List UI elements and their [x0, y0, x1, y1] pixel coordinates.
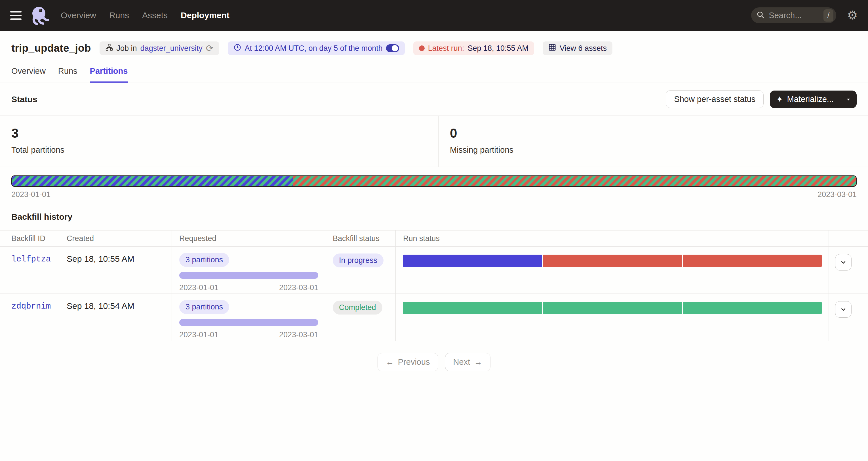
run-status-cell [396, 247, 829, 293]
requested-partitions-pill[interactable]: 3 partitions [179, 300, 229, 314]
tab-partitions[interactable]: Partitions [90, 66, 128, 83]
materialize-button[interactable]: ✦ Materialize... [770, 91, 840, 108]
nav-overview[interactable]: Overview [61, 10, 96, 20]
gear-icon[interactable]: ⚙ [847, 9, 858, 21]
col-run-status: Run status [396, 231, 829, 247]
col-backfill-status: Backfill status [326, 231, 396, 247]
run-segment[interactable] [683, 302, 822, 314]
search-shortcut-badge: / [824, 9, 834, 22]
run-status-cell [396, 294, 829, 341]
latest-run-label: Latest run: [428, 44, 464, 53]
materialize-label: Materialize... [787, 94, 834, 104]
run-segment[interactable] [683, 255, 822, 267]
col-created: Created [59, 231, 172, 247]
partition-status-bar-block: 2023-01-01 2023-03-01 [0, 167, 868, 199]
run-status-bar[interactable] [403, 302, 822, 314]
backfill-table: Backfill ID Created Requested Backfill s… [0, 230, 868, 341]
run-segment[interactable] [403, 255, 542, 267]
run-status-bar[interactable] [403, 255, 822, 267]
partition-range-end: 2023-03-01 [817, 190, 857, 199]
show-per-asset-status-button[interactable]: Show per-asset status [666, 90, 764, 108]
nav-deployment[interactable]: Deployment [181, 10, 229, 20]
col-expand [829, 231, 868, 247]
search-bar[interactable]: / [751, 7, 836, 23]
search-icon [756, 10, 765, 20]
materialize-button-group: ✦ Materialize... [770, 91, 857, 108]
main-nav: Overview Runs Assets Deployment [61, 10, 229, 20]
page-title: trip_update_job [11, 42, 91, 54]
requested-range-start: 2023-01-01 [179, 330, 218, 339]
clock-icon [234, 44, 241, 53]
tab-overview[interactable]: Overview [11, 66, 46, 83]
requested-range-bar [179, 272, 318, 279]
partition-bar-segment-blue-green[interactable] [12, 176, 293, 186]
requested-partitions-pill[interactable]: 3 partitions [179, 253, 229, 267]
view-assets-link[interactable]: View 6 assets [560, 44, 607, 53]
requested-cell: 3 partitions 2023-01-01 2023-03-01 [172, 294, 326, 341]
partition-status-bar[interactable] [11, 175, 857, 187]
tab-runs[interactable]: Runs [58, 66, 78, 83]
table-row: lelfptza Sep 18, 10:55 AM 3 partitions 2… [0, 247, 868, 293]
job-header: trip_update_job Job in dagster_universit… [0, 31, 868, 55]
table-row: zdqbrnim Sep 18, 10:54 AM 3 partitions 2… [0, 293, 868, 341]
backfill-status-badge: Completed [333, 300, 382, 315]
schedule-toggle[interactable] [386, 44, 399, 52]
job-location-label: Job in [117, 44, 137, 53]
dagster-logo-icon[interactable] [30, 6, 49, 25]
expand-row-button[interactable] [835, 254, 851, 270]
total-partitions-label: Total partitions [11, 145, 427, 155]
missing-partitions-value: 0 [450, 125, 857, 141]
run-segment[interactable] [543, 302, 682, 314]
arrow-left-icon: ← [386, 357, 394, 367]
nav-runs[interactable]: Runs [109, 10, 129, 20]
schedule-tag: At 12:00 AM UTC, on day 5 of the month [228, 41, 405, 55]
materialize-dropdown-button[interactable] [840, 91, 857, 108]
latest-run-link[interactable]: Sep 18, 10:55 AM [467, 44, 528, 53]
requested-cell: 3 partitions 2023-01-01 2023-03-01 [172, 247, 326, 293]
caret-down-icon [845, 96, 851, 103]
view-assets-tag: View 6 assets [542, 41, 613, 55]
refresh-icon[interactable]: ⟳ [206, 43, 214, 54]
requested-range-end: 2023-03-01 [279, 283, 318, 292]
status-heading: Status [11, 94, 37, 104]
job-location-tag: Job in dagster_university ⟳ [99, 41, 219, 55]
total-partitions-value: 3 [11, 125, 427, 141]
search-input[interactable] [769, 11, 811, 20]
requested-range-end: 2023-03-01 [279, 330, 318, 339]
nav-assets[interactable]: Assets [142, 10, 168, 20]
requested-range-start: 2023-01-01 [179, 283, 218, 292]
backfill-id-link[interactable]: zdqbrnim [11, 302, 51, 311]
pagination: ← Previous Next → [0, 353, 868, 371]
run-segment[interactable] [543, 255, 682, 267]
backfill-id-link[interactable]: lelfptza [11, 255, 51, 264]
next-page-button[interactable]: Next → [445, 353, 491, 371]
repo-link[interactable]: dagster_university [141, 44, 203, 53]
workflow-icon [105, 44, 113, 53]
chevron-down-icon [840, 306, 847, 313]
created-cell: Sep 18, 10:54 AM [59, 294, 172, 341]
sparkle-icon: ✦ [776, 94, 783, 104]
topbar: Overview Runs Assets Deployment / ⚙ [0, 0, 868, 31]
expand-row-button[interactable] [835, 301, 851, 318]
run-status-dot-icon [419, 46, 425, 51]
requested-range-bar [179, 319, 318, 326]
backfill-history-heading: Backfill history [11, 212, 857, 222]
chevron-down-icon [840, 259, 847, 266]
col-requested: Requested [172, 231, 326, 247]
created-cell: Sep 18, 10:55 AM [59, 247, 172, 293]
schedule-label: At 12:00 AM UTC, on day 5 of the month [245, 44, 383, 53]
grid-icon [548, 44, 556, 53]
total-partitions-cell: 3 Total partitions [0, 116, 438, 167]
previous-page-button[interactable]: ← Previous [377, 353, 438, 371]
partition-bar-segment-red-green[interactable] [293, 176, 856, 186]
partition-range-start: 2023-01-01 [11, 190, 51, 199]
hamburger-menu-icon[interactable] [10, 11, 22, 20]
backfill-status-badge: In progress [333, 254, 383, 267]
backfill-table-header: Backfill ID Created Requested Backfill s… [0, 231, 868, 247]
missing-partitions-label: Missing partitions [450, 145, 857, 155]
run-segment[interactable] [403, 302, 542, 314]
missing-partitions-cell: 0 Missing partitions [438, 116, 868, 167]
partition-counts: 3 Total partitions 0 Missing partitions [0, 116, 868, 167]
status-section-header: Status Show per-asset status ✦ Materiali… [0, 83, 868, 116]
col-backfill-id: Backfill ID [0, 231, 59, 247]
